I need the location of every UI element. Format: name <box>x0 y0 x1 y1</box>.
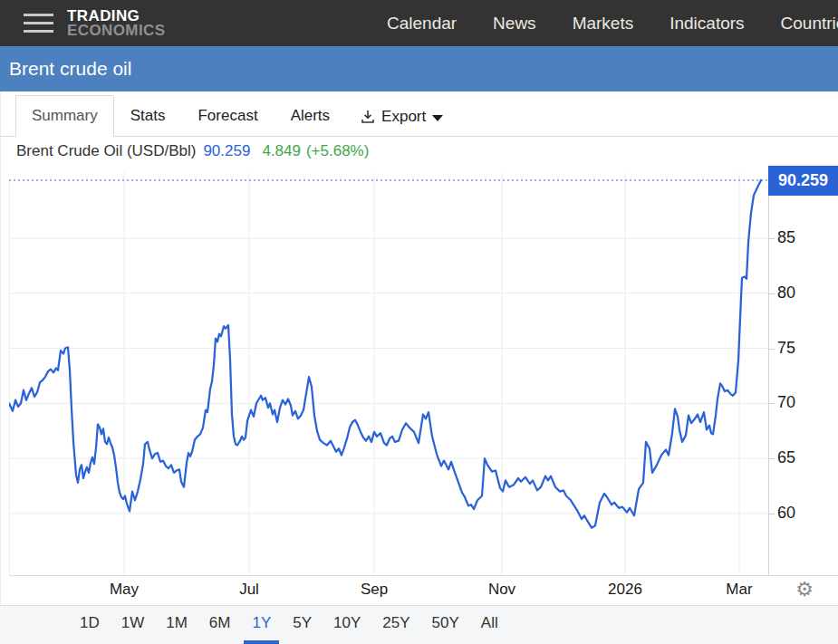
last-price: 90.259 <box>203 142 250 160</box>
nav-item-indicators[interactable]: Indicators <box>669 14 744 34</box>
x-axis-labels: MayJulSepNov2026Mar <box>9 581 788 602</box>
nav-item-markets[interactable]: Markets <box>573 14 634 34</box>
tab-summary[interactable]: Summary <box>15 95 114 137</box>
range-button-10y[interactable]: 10Y <box>325 606 369 644</box>
nav-item-countries[interactable]: Countries <box>781 14 838 34</box>
range-button-all[interactable]: All <box>473 606 506 644</box>
y-tick-label: 60 <box>777 504 795 523</box>
y-tick-mark <box>768 458 775 459</box>
trading-economics-logo[interactable]: TRADING ECONOMICS <box>67 9 165 38</box>
x-tick-label: May <box>110 581 139 599</box>
tab-alerts[interactable]: Alerts <box>275 95 346 137</box>
export-button[interactable]: Export <box>352 97 452 137</box>
range-selector: 1D1W1M6M1Y5Y10Y25Y50YAll <box>0 605 838 644</box>
download-icon <box>361 110 375 124</box>
page-title-bar: Brent crude oil <box>0 46 838 91</box>
y-tick-mark <box>768 514 775 514</box>
x-tick-label: Jul <box>239 581 259 599</box>
range-button-1m[interactable]: 1M <box>158 606 196 644</box>
x-tick-label: Nov <box>488 581 515 599</box>
change-absolute: 4.849 <box>262 142 301 160</box>
x-tick-label: Sep <box>361 581 388 599</box>
range-button-1d[interactable]: 1D <box>72 606 108 644</box>
x-axis-line <box>9 575 838 576</box>
range-button-25y[interactable]: 25Y <box>374 606 418 644</box>
tab-stats[interactable]: Stats <box>114 95 182 137</box>
range-button-50y[interactable]: 50Y <box>424 606 467 644</box>
range-button-5y[interactable]: 5Y <box>284 606 320 644</box>
top-nav-links: CalendarNewsMarketsIndicatorsCountries <box>387 0 838 46</box>
y-tick-label: 80 <box>777 284 795 303</box>
instrument-name: Brent Crude Oil (USD/Bbl) <box>16 142 196 160</box>
x-tick-label: 2026 <box>608 581 642 599</box>
hamburger-menu-icon[interactable] <box>24 8 53 38</box>
range-button-1w[interactable]: 1W <box>113 606 153 644</box>
logo-line2: ECONOMICS <box>67 24 165 38</box>
y-tick-mark <box>768 349 775 350</box>
last-price-tag: 90.259 <box>768 166 838 196</box>
content-left-border <box>0 91 1 644</box>
quote-header: Brent Crude Oil (USD/Bbl) 90.259 4.849 (… <box>16 142 369 160</box>
tabs-row: SummaryStatsForecastAlertsExport <box>0 91 838 137</box>
y-axis-line <box>768 172 769 575</box>
y-tick-label: 65 <box>777 448 795 467</box>
nav-item-news[interactable]: News <box>493 14 536 34</box>
y-tick-label: 85 <box>777 228 795 247</box>
y-tick-label: 70 <box>777 393 795 412</box>
y-tick-mark <box>768 403 775 404</box>
trading-economics-page: TRADING ECONOMICS CalendarNewsMarketsInd… <box>0 0 838 644</box>
price-chart[interactable]: 606570758085 90.259 <box>0 172 838 575</box>
y-tick-mark <box>768 238 775 239</box>
tab-forecast[interactable]: Forecast <box>181 95 274 137</box>
nav-item-calendar[interactable]: Calendar <box>387 14 457 34</box>
y-tick-mark <box>768 293 775 294</box>
range-button-1y[interactable]: 1Y <box>244 606 279 644</box>
price-change: 4.849 (+5.68%) <box>262 142 369 160</box>
gear-icon[interactable]: ⚙ <box>792 577 817 602</box>
top-nav: TRADING ECONOMICS CalendarNewsMarketsInd… <box>0 0 838 46</box>
line-chart-canvas[interactable] <box>9 172 768 575</box>
range-button-6m[interactable]: 6M <box>201 606 239 644</box>
x-tick-label: Mar <box>726 581 752 599</box>
page-title: Brent crude oil <box>9 58 131 80</box>
caret-down-icon <box>432 115 443 121</box>
y-tick-label: 75 <box>777 339 795 358</box>
change-percent: (+5.68%) <box>306 142 369 160</box>
export-label: Export <box>381 108 426 126</box>
